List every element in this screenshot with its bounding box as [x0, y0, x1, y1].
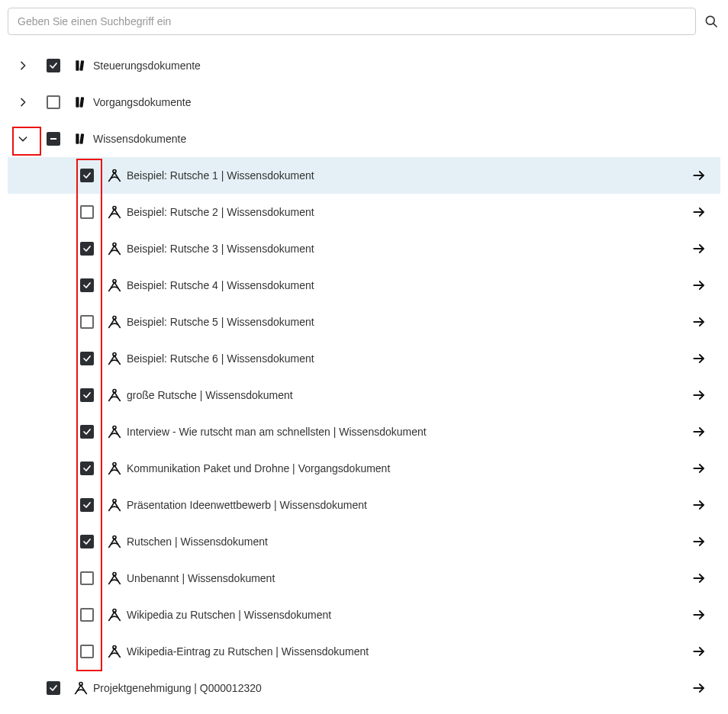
- pdf-icon: [102, 533, 127, 550]
- pdf-icon: [102, 606, 127, 623]
- pdf-icon: [102, 387, 127, 404]
- open-arrow-icon[interactable]: [690, 680, 708, 696]
- open-arrow-icon[interactable]: [690, 424, 708, 439]
- document-row[interactable]: Kommunikation Paket und Drohne | Vorgang…: [8, 450, 720, 487]
- folder-label: Steuerungsdokumente: [93, 60, 708, 72]
- document-row[interactable]: Beispiel: Rutsche 5 | Wissensdokument: [8, 304, 720, 340]
- folder-row-vorgang[interactable]: Vorgangsdokumente: [8, 84, 720, 121]
- pdf-icon: [102, 167, 127, 184]
- document-row[interactable]: Beispiel: Rutsche 6 | Wissensdokument: [8, 340, 720, 377]
- document-label: Wikipedia zu Rutschen | Wissensdokument: [127, 609, 690, 621]
- document-row[interactable]: Rutschen | Wissensdokument: [8, 523, 720, 560]
- folder-icon: [69, 58, 93, 73]
- document-row[interactable]: große Rutsche | Wissensdokument: [8, 377, 720, 413]
- open-arrow-icon[interactable]: [690, 607, 708, 622]
- document-checkbox[interactable]: [80, 535, 94, 548]
- open-arrow-icon[interactable]: [690, 204, 708, 220]
- document-label: Unbenannt | Wissensdokument: [127, 572, 690, 584]
- svg-rect-8: [79, 133, 84, 144]
- pdf-icon: [102, 460, 127, 477]
- search-icon: [704, 14, 719, 29]
- svg-rect-6: [50, 138, 56, 140]
- document-row[interactable]: Wikipedia zu Rutschen | Wissensdokument: [8, 597, 720, 633]
- document-row[interactable]: Wikipedia-Eintrag zu Rutschen | Wissensd…: [8, 633, 720, 670]
- document-label: Beispiel: Rutsche 3 | Wissensdokument: [127, 243, 690, 255]
- document-row[interactable]: Beispiel: Rutsche 2 | Wissensdokument: [8, 194, 720, 230]
- document-tree-container: SteuerungsdokumenteVorgangsdokumenteWiss…: [8, 8, 720, 706]
- pdf-icon: [102, 204, 127, 220]
- document-label: Beispiel: Rutsche 6 | Wissensdokument: [127, 352, 690, 365]
- open-arrow-icon[interactable]: [690, 314, 708, 330]
- folder-icon: [69, 131, 93, 146]
- folder-checkbox-steuerung[interactable]: [47, 59, 60, 72]
- document-label: große Rutsche | Wissensdokument: [127, 389, 690, 401]
- chevron-right-icon[interactable]: [14, 56, 32, 75]
- open-arrow-icon[interactable]: [690, 241, 708, 256]
- folder-icon: [69, 95, 93, 110]
- document-checkbox-root[interactable]: [47, 681, 60, 695]
- document-checkbox[interactable]: [80, 425, 94, 439]
- open-arrow-icon[interactable]: [690, 278, 708, 293]
- pdf-icon: [102, 240, 127, 257]
- document-checkbox[interactable]: [80, 388, 94, 402]
- document-checkbox[interactable]: [80, 352, 94, 365]
- document-label: Beispiel: Rutsche 2 | Wissensdokument: [127, 206, 690, 218]
- open-arrow-icon[interactable]: [690, 388, 708, 403]
- svg-point-0: [706, 16, 714, 24]
- svg-line-1: [714, 24, 717, 27]
- folder-label: Wissensdokumente: [93, 133, 708, 145]
- pdf-icon: [102, 570, 127, 587]
- document-tree: SteuerungsdokumenteVorgangsdokumenteWiss…: [8, 47, 720, 706]
- pdf-icon: [102, 277, 127, 294]
- svg-rect-4: [76, 97, 79, 107]
- pdf-icon: [69, 680, 93, 696]
- chevron-right-icon[interactable]: [14, 93, 32, 111]
- pdf-icon: [102, 423, 127, 440]
- document-label: Interview - Wie rutscht man am schnellst…: [127, 426, 690, 438]
- folder-row-steuerung[interactable]: Steuerungsdokumente: [8, 47, 720, 84]
- document-checkbox[interactable]: [80, 205, 94, 219]
- document-label: Beispiel: Rutsche 1 | Wissensdokument: [127, 169, 690, 182]
- pdf-icon: [102, 643, 127, 660]
- svg-rect-5: [79, 97, 84, 108]
- open-arrow-icon[interactable]: [690, 461, 708, 476]
- search-input[interactable]: [8, 8, 696, 35]
- document-checkbox[interactable]: [80, 242, 94, 256]
- document-checkbox[interactable]: [80, 571, 94, 585]
- pdf-icon: [102, 314, 127, 330]
- folder-label: Vorgangsdokumente: [93, 96, 708, 108]
- document-label: Wikipedia-Eintrag zu Rutschen | Wissensd…: [127, 645, 690, 658]
- open-arrow-icon[interactable]: [690, 168, 708, 183]
- document-checkbox[interactable]: [80, 498, 94, 512]
- document-row[interactable]: Präsentation Ideenwettbewerb | Wissensdo…: [8, 487, 720, 523]
- document-label: Rutschen | Wissensdokument: [127, 536, 690, 548]
- document-row-root[interactable]: Projektgenehmigung | Q000012320: [8, 670, 720, 706]
- open-arrow-icon[interactable]: [690, 644, 708, 659]
- folder-row-wissen[interactable]: Wissensdokumente: [8, 121, 720, 157]
- document-label: Kommunikation Paket und Drohne | Vorgang…: [127, 462, 690, 474]
- chevron-down-icon[interactable]: [14, 130, 32, 148]
- document-row[interactable]: Beispiel: Rutsche 3 | Wissensdokument: [8, 230, 720, 267]
- document-label: Präsentation Ideenwettbewerb | Wissensdo…: [127, 499, 690, 511]
- document-row[interactable]: Beispiel: Rutsche 4 | Wissensdokument: [8, 267, 720, 304]
- open-arrow-icon[interactable]: [690, 351, 708, 366]
- folder-checkbox-vorgang[interactable]: [47, 95, 60, 109]
- document-checkbox[interactable]: [80, 645, 94, 658]
- svg-rect-7: [76, 133, 79, 143]
- open-arrow-icon[interactable]: [690, 534, 708, 549]
- folder-checkbox-wissen[interactable]: [47, 132, 60, 146]
- document-checkbox[interactable]: [80, 462, 94, 475]
- document-checkbox[interactable]: [80, 608, 94, 622]
- document-row[interactable]: Interview - Wie rutscht man am schnellst…: [8, 413, 720, 450]
- open-arrow-icon[interactable]: [690, 571, 708, 586]
- search-row: [8, 8, 720, 35]
- document-row[interactable]: Unbenannt | Wissensdokument: [8, 560, 720, 597]
- document-label: Beispiel: Rutsche 5 | Wissensdokument: [127, 316, 690, 328]
- search-button[interactable]: [702, 12, 720, 31]
- document-checkbox[interactable]: [80, 315, 94, 329]
- document-row[interactable]: Beispiel: Rutsche 1 | Wissensdokument: [8, 157, 720, 194]
- open-arrow-icon[interactable]: [690, 497, 708, 513]
- pdf-icon: [102, 497, 127, 513]
- document-checkbox[interactable]: [80, 278, 94, 292]
- document-checkbox[interactable]: [80, 169, 94, 182]
